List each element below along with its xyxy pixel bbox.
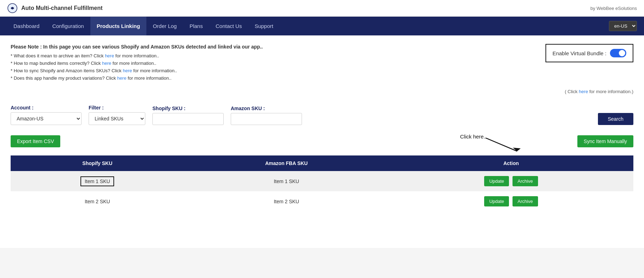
action-cell-0: Update Archive bbox=[389, 171, 633, 191]
nav-configuration[interactable]: Configuration bbox=[46, 17, 90, 35]
col-shopify-sku: Shopify SKU bbox=[11, 155, 184, 171]
archive-button-0[interactable]: Archive bbox=[513, 176, 538, 186]
shopify-sku-cell-1: Item 2 SKU bbox=[11, 191, 184, 211]
sku-box-item1: Item 1 SKU bbox=[80, 176, 114, 186]
shopify-sku-label: Shopify SKU : bbox=[152, 106, 224, 111]
nav-products-linking[interactable]: Products Linking bbox=[90, 17, 147, 35]
notes-and-bundle: Enable Virtual Bundle : Please Note : In… bbox=[11, 44, 633, 94]
virtual-bundle-info: ( Click here for more information.) bbox=[11, 89, 633, 94]
sync-item-manually-button[interactable]: Sync Item Manually bbox=[577, 135, 633, 147]
account-select[interactable]: Amazon-US Amazon-UK Amazon-CA bbox=[11, 112, 82, 125]
shopify-sku-group: Shopify SKU : bbox=[152, 106, 224, 125]
update-button-0[interactable]: Update bbox=[484, 176, 509, 186]
app-logo-icon bbox=[7, 3, 18, 13]
amazon-sku-input[interactable] bbox=[231, 113, 302, 125]
amazon-sku-group: Amazon SKU : bbox=[231, 106, 302, 125]
vb-info-link[interactable]: here bbox=[579, 89, 588, 94]
table-body: Item 1 SKU Item 1 SKU Update Archive Ite… bbox=[11, 171, 633, 211]
top-bar: Auto Multi-channel Fulfillment by WebBee… bbox=[0, 0, 644, 17]
note-item-3: * Does this app handle my product variat… bbox=[11, 75, 633, 81]
account-label: Account : bbox=[11, 105, 82, 110]
language-dropdown[interactable]: en-US fr-FR de-DE es-ES bbox=[609, 21, 637, 31]
note-text-0: * What does it mean to archive an item? … bbox=[11, 53, 105, 58]
update-button-1[interactable]: Update bbox=[484, 196, 509, 206]
note-suffix-2: for more information.. bbox=[132, 68, 177, 73]
filter-select[interactable]: Linked SKUs All SKUs Unlinked SKUs bbox=[89, 112, 145, 125]
col-amazon-fba-sku: Amazon FBA SKU bbox=[184, 155, 389, 171]
vb-info-suffix: for more information.) bbox=[588, 89, 633, 94]
note-text-2: * How to sync Shopify and Amazon items S… bbox=[11, 68, 123, 73]
nav-bar: Dashboard Configuration Products Linking… bbox=[0, 17, 644, 35]
note-item-1: * How to map bundled items correctly? Cl… bbox=[11, 61, 633, 66]
nav-order-log[interactable]: Order Log bbox=[146, 17, 183, 35]
actions-row: Export Item CSV Click here. Sync Item Ma… bbox=[11, 131, 633, 152]
filters-section: Account : Amazon-US Amazon-UK Amazon-CA … bbox=[11, 105, 633, 125]
top-bar-left: Auto Multi-channel Fulfillment bbox=[7, 3, 102, 13]
note-item-0: * What does it mean to archive an item? … bbox=[11, 53, 633, 58]
note-suffix-0: for more information.. bbox=[114, 53, 159, 58]
app-title: Auto Multi-channel Fulfillment bbox=[21, 5, 102, 11]
shopify-sku-input[interactable] bbox=[152, 113, 224, 125]
table-row: Item 2 SKU Item 2 SKU Update Archive bbox=[11, 191, 633, 211]
virtual-bundle-label: Enable Virtual Bundle : bbox=[553, 50, 606, 56]
click-annotation: Click here. bbox=[460, 134, 485, 140]
note-section: Please Note : In this page you can see v… bbox=[11, 44, 633, 81]
amazon-sku-label: Amazon SKU : bbox=[231, 106, 302, 111]
filter-filter-group: Filter : Linked SKUs All SKUs Unlinked S… bbox=[89, 105, 145, 125]
note-link-1[interactable]: here bbox=[102, 61, 111, 66]
virtual-bundle-box: Enable Virtual Bundle : bbox=[545, 44, 633, 62]
note-link-3[interactable]: here bbox=[117, 75, 127, 81]
app-by: by WebBee eSolutions bbox=[590, 6, 637, 11]
col-action: Action bbox=[389, 155, 633, 171]
arrow-icon bbox=[485, 138, 524, 152]
nav-plans[interactable]: Plans bbox=[183, 17, 209, 35]
search-button[interactable]: Search bbox=[598, 113, 633, 125]
main-content: Enable Virtual Bundle : Please Note : In… bbox=[0, 35, 644, 248]
vb-info-prefix: ( Click bbox=[565, 89, 579, 94]
amazon-sku-cell-1: Item 2 SKU bbox=[184, 191, 389, 211]
note-suffix-1: for more information.. bbox=[111, 61, 156, 66]
archive-button-1[interactable]: Archive bbox=[513, 196, 538, 206]
note-text-1: * How to map bundled items correctly? Cl… bbox=[11, 61, 102, 66]
note-suffix-3: for more information.. bbox=[127, 75, 172, 81]
action-cell-1: Update Archive bbox=[389, 191, 633, 211]
export-csv-button[interactable]: Export Item CSV bbox=[11, 135, 60, 147]
filter-label: Filter : bbox=[89, 105, 145, 110]
table-header: Shopify SKU Amazon FBA SKU Action bbox=[11, 155, 633, 171]
note-item-2: * How to sync Shopify and Amazon items S… bbox=[11, 68, 633, 73]
language-selector[interactable]: en-US fr-FR de-DE es-ES bbox=[609, 21, 637, 31]
shopify-sku-cell-0: Item 1 SKU bbox=[11, 171, 184, 191]
nav-dashboard[interactable]: Dashboard bbox=[7, 17, 46, 35]
table-row: Item 1 SKU Item 1 SKU Update Archive bbox=[11, 171, 633, 191]
nav-support[interactable]: Support bbox=[248, 17, 280, 35]
products-table: Shopify SKU Amazon FBA SKU Action Item 1… bbox=[11, 155, 633, 211]
nav-links: Dashboard Configuration Products Linking… bbox=[7, 17, 280, 35]
nav-contact-us[interactable]: Contact Us bbox=[209, 17, 248, 35]
svg-line-1 bbox=[485, 138, 517, 151]
note-title: Please Note : In this page you can see v… bbox=[11, 44, 633, 50]
amazon-sku-cell-0: Item 1 SKU bbox=[184, 171, 389, 191]
note-text-3: * Does this app handle my product variat… bbox=[11, 75, 117, 81]
account-filter-group: Account : Amazon-US Amazon-UK Amazon-CA bbox=[11, 105, 82, 125]
note-link-0[interactable]: here bbox=[105, 53, 114, 58]
virtual-bundle-toggle[interactable] bbox=[610, 49, 626, 57]
note-link-2[interactable]: here bbox=[123, 68, 132, 73]
